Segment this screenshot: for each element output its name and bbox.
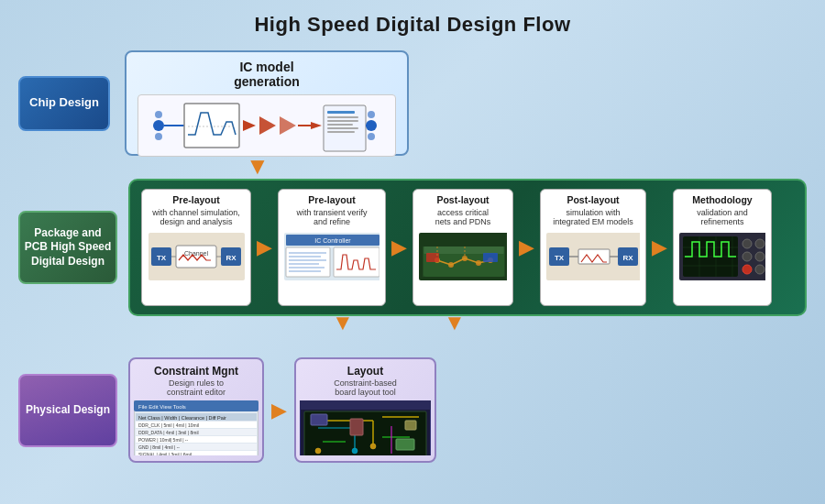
svg-text:File  Edit  View  Tools: File Edit View Tools <box>138 404 186 410</box>
svg-rect-34 <box>286 247 330 277</box>
row-physical-design: Physical Design Constraint Mgnt Design r… <box>0 357 825 463</box>
svg-rect-12 <box>327 111 355 114</box>
svg-point-81 <box>755 265 764 274</box>
ic-model-title: IC modelgeneration <box>138 60 396 89</box>
svg-rect-111 <box>405 421 416 430</box>
physical-boxes: Constraint Mgnt Design rules toconstrain… <box>128 357 436 463</box>
row-chip-design: Chip Design IC modelgeneration <box>0 50 825 156</box>
svg-point-76 <box>742 239 752 248</box>
package-pcb-label: Package andPCB High SpeedDigital Design <box>18 211 117 284</box>
svg-rect-55 <box>483 253 498 262</box>
svg-marker-10 <box>311 122 322 129</box>
svg-point-1 <box>155 111 162 118</box>
svg-marker-7 <box>259 116 276 135</box>
arrow-2-3: ▶ <box>391 237 407 257</box>
arrow-4-5: ▶ <box>652 237 667 257</box>
svg-point-19 <box>368 111 375 118</box>
down-arrow-to-layout: ▼ <box>444 310 466 335</box>
down-arrow-to-constraint: ▼ <box>332 310 354 335</box>
svg-marker-8 <box>280 116 296 135</box>
svg-rect-108 <box>311 414 327 425</box>
svg-point-80 <box>742 265 752 274</box>
svg-rect-35 <box>334 247 380 277</box>
ic-model-box: IC modelgeneration <box>125 50 409 156</box>
constraint-mgnt-box: Constraint Mgnt Design rules toconstrain… <box>128 357 264 463</box>
svg-point-112 <box>370 444 376 449</box>
svg-point-0 <box>153 120 164 131</box>
svg-marker-6 <box>243 120 256 131</box>
svg-point-113 <box>352 448 358 454</box>
svg-point-77 <box>755 239 764 248</box>
svg-text:GND       | 8mil | 4mil | --: GND | 8mil | 4mil | -- <box>138 444 180 450</box>
page-title: High Speed Digital Design Flow <box>0 0 825 46</box>
layout-box: Layout Constraint-basedboard layout tool <box>294 357 436 463</box>
svg-point-114 <box>315 448 321 454</box>
svg-rect-14 <box>327 120 358 122</box>
ic-model-diagram <box>138 94 396 157</box>
svg-rect-16 <box>327 127 358 129</box>
svg-text:POWER     | 10mil| 5mil | --: POWER | 10mil| 5mil | -- <box>138 437 189 443</box>
svg-point-2 <box>155 133 162 140</box>
flow-item-methodology: Methodology validation andrefinements <box>673 189 772 306</box>
svg-rect-44 <box>424 247 504 254</box>
svg-text:Channel: Channel <box>183 250 208 257</box>
ic-model-svg <box>148 94 386 157</box>
svg-rect-98 <box>300 400 431 410</box>
row-package-pcb: Package andPCB High SpeedDigital Design … <box>0 179 825 316</box>
svg-point-78 <box>742 252 752 261</box>
arrow-constraint-layout: ▶ <box>271 357 287 463</box>
svg-point-20 <box>368 133 375 140</box>
flow-item-postlayout-em: Post-layout simulation withintegrated EM… <box>540 189 646 306</box>
svg-rect-15 <box>327 124 353 126</box>
svg-text:DDR_CLK   | 5mil | 4mil | 10mi: DDR_CLK | 5mil | 4mil | 10mil <box>138 422 199 428</box>
svg-text:TX: TX <box>555 254 565 262</box>
flow-band: Pre-layout with channel simulation,desig… <box>128 179 807 316</box>
svg-text:Net Class | Width | Clearance : Net Class | Width | Clearance | Diff Pai… <box>138 415 226 421</box>
svg-text:RX: RX <box>226 254 236 262</box>
svg-rect-17 <box>327 131 355 133</box>
flow-item-prelayout-channel: Pre-layout with channel simulation,desig… <box>141 189 251 306</box>
svg-text:SIGNAL    | 4mil | 3mil | 6mil: SIGNAL | 4mil | 3mil | 6mil <box>138 452 192 455</box>
svg-text:IC Controller: IC Controller <box>314 237 351 244</box>
arrow-1-2: ▶ <box>257 237 272 257</box>
svg-rect-13 <box>327 116 358 118</box>
svg-rect-110 <box>396 439 414 450</box>
down-arrow-ic-to-flow: ▼ <box>246 152 270 181</box>
svg-text:RX: RX <box>622 254 633 262</box>
svg-point-79 <box>755 252 764 261</box>
physical-design-label: Physical Design <box>18 374 117 447</box>
arrow-3-4: ▶ <box>519 237 534 257</box>
chip-design-label: Chip Design <box>18 76 110 131</box>
svg-text:DDR_DATA  | 4mil | 3mil | 8mil: DDR_DATA | 4mil | 3mil | 8mil <box>138 430 199 435</box>
flow-item-postlayout-nets: Post-layout access criticalnets and PDNs <box>412 189 513 306</box>
svg-rect-109 <box>350 419 363 435</box>
flow-item-prelayout-transient: Pre-layout with transient verifyand refi… <box>278 189 386 306</box>
svg-text:TX: TX <box>156 254 166 262</box>
